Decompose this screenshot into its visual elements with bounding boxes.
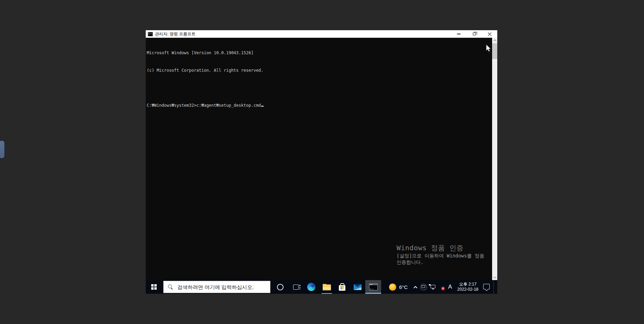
console-prompt-line: C:₩Windows₩system32>c:₩agent₩setup_deskt… <box>147 103 497 108</box>
volume-muted-icon <box>438 285 444 290</box>
scrollbar-thumb[interactable] <box>492 43 497 59</box>
scroll-down-button[interactable] <box>492 275 497 280</box>
search-input[interactable] <box>177 284 270 290</box>
cortana-button[interactable] <box>273 280 288 294</box>
mail-icon <box>354 284 362 290</box>
minimize-icon <box>457 34 460 34</box>
store-icon <box>339 285 345 291</box>
watermark-title: Windows 정품 인증 <box>397 245 484 251</box>
scrollbar[interactable] <box>492 38 497 280</box>
meet-now-icon <box>420 284 427 290</box>
clock-time: 오후 2:17 <box>459 282 477 287</box>
ime-indicator[interactable]: A <box>446 284 455 290</box>
ethernet-network-icon <box>429 284 435 290</box>
network-button[interactable] <box>428 280 437 294</box>
clock-date: 2022-02-18 <box>457 287 478 292</box>
weather-widget[interactable] <box>388 280 397 294</box>
console-line: (c) Microsoft Corporation. All rights re… <box>147 68 497 73</box>
edge-icon <box>307 283 315 291</box>
close-icon <box>488 32 492 36</box>
taskbar-edge <box>494 280 496 294</box>
cmd-window-icon: C:\_ <box>148 32 153 36</box>
windows-activation-watermark: Windows 정품 인증 [설정]으로 이동하여 Windows를 정품 인증… <box>397 245 484 266</box>
scroll-up-button[interactable] <box>492 38 497 43</box>
window-controls <box>451 30 497 38</box>
cmd-window-titlebar[interactable]: C:\_ 관리자: 명령 프롬프트 <box>146 30 497 38</box>
restore-button[interactable] <box>466 30 482 38</box>
action-center-button[interactable] <box>483 284 490 289</box>
start-button[interactable] <box>146 280 162 294</box>
edge-button[interactable] <box>303 280 319 294</box>
running-indicator <box>322 293 332 294</box>
sun-icon <box>389 284 396 291</box>
meet-now-button[interactable] <box>420 280 428 294</box>
task-view-icon <box>293 285 299 290</box>
watermark-body: [설정]으로 이동하여 Windows를 정품 <box>397 253 484 259</box>
taskbar: C:\_ 6°C A 오후 2:17 2 <box>146 280 497 294</box>
active-indicator <box>365 293 381 294</box>
chevron-up-icon <box>493 39 496 42</box>
weather-temperature[interactable]: 6°C <box>397 284 411 290</box>
hidden-icons-button[interactable] <box>411 280 420 294</box>
remote-desktop-screen: C:\_ 관리자: 명령 프롬프트 Microsoft Windows [Ver… <box>146 30 497 294</box>
restore-icon <box>473 33 476 35</box>
watermark-body: 인증합니다. <box>397 259 484 266</box>
task-view-button[interactable] <box>288 280 303 294</box>
console-line: Microsoft Windows [Version 10.0.19043.15… <box>147 50 497 56</box>
console-output[interactable]: Microsoft Windows [Version 10.0.19043.15… <box>146 38 497 280</box>
file-explorer-icon <box>323 284 331 290</box>
minimize-button[interactable] <box>451 30 466 38</box>
taskbar-search[interactable] <box>163 281 270 293</box>
window-title: 관리자: 명령 프롬프트 <box>155 31 196 37</box>
command-prompt-button[interactable]: C:\_ <box>365 280 381 294</box>
text-cursor <box>261 106 264 107</box>
side-panel-handle[interactable] <box>0 140 5 159</box>
chevron-down-icon <box>493 275 496 278</box>
search-icon <box>168 285 173 290</box>
system-tray: 6°C A 오후 2:17 2022-02-18 <box>388 280 497 294</box>
command-prompt-icon: C:\_ <box>369 284 378 290</box>
console-line: C:₩Windows₩system32>c:₩agent₩setup_deskt… <box>147 103 261 108</box>
mail-button[interactable] <box>350 280 365 294</box>
mouse-cursor <box>486 44 492 53</box>
cortana-icon <box>277 284 284 290</box>
windows-logo-icon <box>151 284 157 290</box>
taskbar-clock[interactable]: 오후 2:17 2022-02-18 <box>455 282 481 292</box>
chevron-up-icon <box>413 286 417 290</box>
store-button[interactable] <box>334 280 350 294</box>
close-button[interactable] <box>482 30 497 38</box>
console-line <box>147 85 497 91</box>
file-explorer-button[interactable] <box>319 280 334 294</box>
volume-button[interactable] <box>437 280 446 294</box>
